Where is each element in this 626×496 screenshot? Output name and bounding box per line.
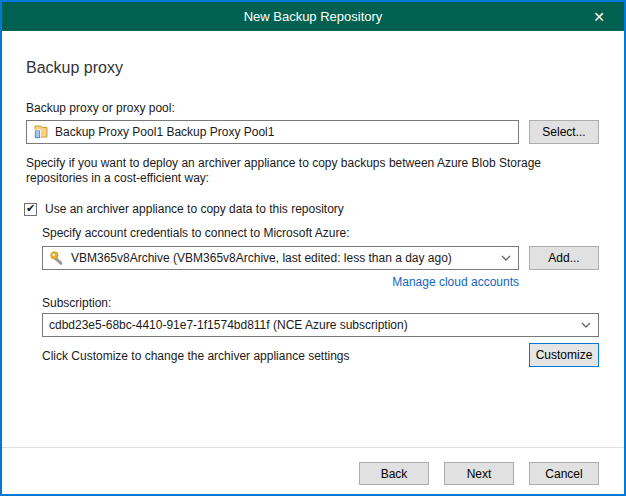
credentials-label: Specify account credentials to connect t… bbox=[42, 226, 350, 240]
checkmark-icon: ✔ bbox=[26, 203, 35, 214]
subscription-value: cdbd23e5-68bc-4410-91e7-1f1574bd811f (NC… bbox=[49, 318, 408, 332]
credentials-value: VBM365v8Archive (VBM365v8Archive, last e… bbox=[71, 251, 452, 265]
close-icon[interactable]: ✕ bbox=[582, 2, 616, 31]
subscription-label: Subscription: bbox=[42, 296, 111, 310]
proxy-pool-value: Backup Proxy Pool1 Backup Proxy Pool1 bbox=[55, 125, 274, 139]
proxy-pool-icon bbox=[33, 124, 49, 140]
proxy-pool-label: Backup proxy or proxy pool: bbox=[26, 101, 175, 115]
footer-separator bbox=[2, 447, 624, 448]
credentials-dropdown[interactable]: VBM365v8Archive (VBM365v8Archive, last e… bbox=[42, 246, 519, 270]
use-archiver-checkbox-row[interactable]: ✔ Use an archiver appliance to copy data… bbox=[24, 202, 344, 216]
manage-cloud-accounts-link[interactable]: Manage cloud accounts bbox=[42, 275, 519, 289]
chevron-down-icon bbox=[500, 254, 512, 262]
back-button[interactable]: Back bbox=[359, 462, 429, 485]
add-button[interactable]: Add... bbox=[529, 246, 599, 270]
customize-button[interactable]: Customize bbox=[529, 343, 599, 367]
dialog-window: New Backup Repository ✕ Backup proxy Bac… bbox=[0, 0, 626, 496]
subscription-dropdown[interactable]: cdbd23e5-68bc-4410-91e7-1f1574bd811f (NC… bbox=[42, 313, 599, 337]
titlebar: New Backup Repository ✕ bbox=[2, 2, 624, 31]
use-archiver-checkbox[interactable]: ✔ bbox=[24, 203, 37, 216]
cancel-button[interactable]: Cancel bbox=[529, 462, 599, 485]
window-title: New Backup Repository bbox=[244, 9, 383, 24]
archiver-description: Specify if you want to deploy an archive… bbox=[26, 156, 604, 186]
next-button[interactable]: Next bbox=[444, 462, 514, 485]
select-button[interactable]: Select... bbox=[529, 120, 599, 144]
chevron-down-icon bbox=[580, 321, 592, 329]
page-title: Backup proxy bbox=[26, 59, 123, 77]
proxy-pool-field[interactable]: Backup Proxy Pool1 Backup Proxy Pool1 bbox=[26, 120, 519, 144]
customize-hint: Click Customize to change the archiver a… bbox=[42, 349, 350, 363]
use-archiver-checkbox-label: Use an archiver appliance to copy data t… bbox=[45, 202, 344, 216]
key-icon bbox=[49, 250, 65, 266]
